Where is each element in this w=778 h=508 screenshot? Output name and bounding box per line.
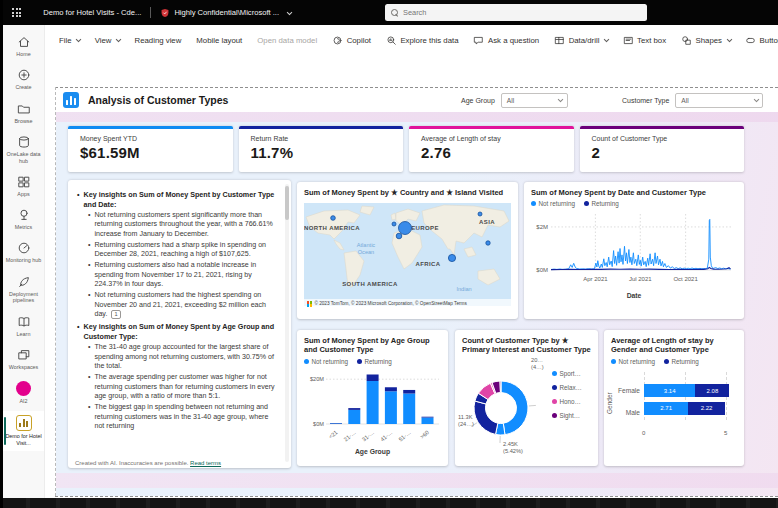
dropdown-value: All [681, 97, 688, 104]
kpi-card-count-of-customer-type[interactable]: Count of Customer Type2 [580, 126, 745, 172]
legend-item-returning[interactable]: Returning [664, 358, 699, 365]
donut-callout: 2.45K(5.42%) [503, 441, 523, 455]
menu-item-mobile-layout[interactable]: Mobile layout [196, 36, 242, 45]
sidebar-item-onelake-data-hub[interactable]: OneLake data hub [3, 131, 44, 169]
search-input[interactable] [403, 8, 641, 17]
menu-item-buttons[interactable]: Buttons [745, 35, 778, 46]
legend-label: Returning [591, 200, 618, 207]
menu-item-view[interactable]: View [95, 36, 120, 45]
sidebar-item-monitoring-hub[interactable]: Monitoring hub [3, 237, 44, 268]
shapes-icon [681, 35, 692, 46]
menu-item-data-drill[interactable]: Data/drill [554, 35, 607, 46]
sidebar-item-label: Demo for Hotel Visit... [4, 433, 43, 447]
copilot-icon [332, 35, 343, 46]
legend-label: Sight… [560, 412, 581, 419]
ai-disclaimer: Created with AI. Inaccuracies are possib… [75, 460, 221, 466]
legend-item-relax[interactable]: Relax… [552, 384, 582, 391]
legend-label: Sport… [560, 370, 581, 377]
bar-row-male[interactable]: 2.712.22 [644, 402, 736, 415]
browse-icon [17, 102, 31, 116]
reference-badge[interactable]: 1 [111, 310, 121, 319]
scrollbar-track[interactable] [285, 184, 289, 462]
bar-segment-returning[interactable]: 2.22 [688, 402, 724, 415]
hbar-bars: 053.142.082.712.22 [644, 372, 736, 432]
sensitivity-label-button[interactable]: Highly Confidential\Microsoft ... [160, 8, 290, 18]
kpi-label: Money Spent YTD [80, 135, 233, 142]
legend-label: Not returning [312, 358, 348, 365]
x-axis-title: Date [524, 292, 744, 299]
column-chart-visual[interactable]: Sum of Money Spent by Age Group and Cust… [297, 330, 448, 466]
read-terms-link[interactable]: Read terms [190, 460, 221, 466]
data-grid-icon [554, 35, 565, 46]
sidebar-item-learn[interactable]: Learn [3, 311, 44, 342]
legend-dot [584, 201, 589, 206]
scrollbar-thumb[interactable] [285, 186, 289, 220]
report-page-header: Analysis of Customer Types Age Group All… [56, 88, 778, 112]
legend-item-not-returning[interactable]: Not returning [611, 358, 655, 365]
menu-item-ask-a-question[interactable]: Ask a question [473, 35, 539, 46]
waffle-menu-icon[interactable] [12, 8, 21, 17]
bar-row-female[interactable]: 3.142.08 [644, 384, 736, 397]
window-tab-title[interactable]: Demo for Hotel Visits - Cde... [43, 8, 141, 17]
legend-item-sport[interactable]: Sport… [552, 370, 582, 377]
chevron-down-icon [287, 9, 292, 14]
legend-item-returning[interactable]: Returning [357, 358, 392, 365]
sidebar-item-label: Workspaces [9, 364, 39, 371]
kpi-label: Count of Customer Type [592, 135, 745, 142]
sidebar-item-home[interactable]: Home [3, 31, 44, 62]
shield-icon [160, 8, 170, 18]
sidebar-item-browse[interactable]: Browse [3, 98, 44, 129]
kpi-card-average-of-length-of-stay[interactable]: Average of Length of stay2.76 [409, 126, 574, 172]
menu-item-text-box[interactable]: Text box [623, 35, 667, 46]
sidebar-item-create[interactable]: Create [3, 64, 44, 95]
smart-narrative-visual[interactable]: •Key insights on Sum of Money Spent by C… [68, 180, 291, 468]
world-map[interactable]: NORTH AMERICAEUROPEASIAAFRICASOUTH AMERI… [304, 201, 511, 308]
legend-item-not-returning[interactable]: Not returning [531, 200, 575, 207]
sidebar-item-ai2[interactable]: AI2 [3, 377, 44, 409]
kpi-card-return-rate[interactable]: Return Rate11.7% [239, 126, 404, 172]
window-title-bar: Demo for Hotel Visits - Cde... Highly Co… [0, 0, 778, 25]
line-chart-visual[interactable]: Sum of Money Spent by Date and Customer … [524, 182, 744, 319]
menu-item-explore-this-data[interactable]: Explore this data [386, 35, 459, 46]
insight-bullet: •The biggest gap in spending between not… [88, 403, 279, 431]
legend-dot [611, 359, 616, 364]
bar-segment-not-returning[interactable]: 3.14 [644, 384, 695, 397]
kpi-value: 2 [592, 144, 745, 161]
create-icon [17, 68, 31, 82]
insight-bullet: •Returning customers had a sharp spike i… [88, 241, 279, 260]
horizontal-bar-visual[interactable]: Average of Length of stay by Gender and … [604, 330, 744, 466]
legend-dot [304, 359, 309, 364]
sidebar-item-deployment-pipelines[interactable]: Deployment pipelines [3, 271, 44, 309]
menu-item-label: Explore this data [400, 36, 458, 45]
menu-item-shapes[interactable]: Shapes [681, 35, 730, 46]
legend-label: Returning [671, 358, 698, 365]
insight-bullet: •The average spending per customer was h… [88, 373, 279, 401]
sidebar-item-label: Monitoring hub [6, 257, 42, 264]
legend-item-not-returning[interactable]: Not returning [304, 358, 348, 365]
legend-item-sight[interactable]: Sight… [552, 412, 582, 419]
age-group-dropdown[interactable]: All [501, 93, 568, 108]
learn-icon [17, 315, 31, 329]
legend-item-hono[interactable]: Hono… [552, 398, 582, 405]
menu-item-copilot[interactable]: Copilot [332, 35, 371, 46]
menu-item-open-data-model[interactable]: Open data model [257, 36, 317, 45]
customer-type-dropdown[interactable]: All [675, 93, 763, 108]
map-visual[interactable]: Sum of Money Spent by ★ Country and ★ Is… [297, 182, 518, 319]
donut-chart-visual[interactable]: Count of Customer Type by ★ Primary Inte… [455, 330, 598, 466]
svg-text:Jul 2021: Jul 2021 [629, 276, 652, 282]
kpi-card-money-spent-ytd[interactable]: Money Spent YTD$61.59M [68, 126, 233, 172]
sidebar-item-apps[interactable]: Apps [3, 171, 44, 202]
bar-segment-returning[interactable]: 2.08 [695, 384, 729, 397]
legend-item-returning[interactable]: Returning [584, 200, 619, 207]
bar-segment-not-returning[interactable]: 2.71 [644, 402, 688, 415]
page-selection-border-bottom [55, 496, 778, 497]
sidebar-item-workspaces[interactable]: Workspaces [3, 344, 44, 375]
sidebar-item-demo-for-hotel-visit[interactable]: Demo for Hotel Visit... [3, 411, 44, 451]
sidebar-item-metrics[interactable]: Metrics [3, 204, 44, 235]
svg-text:51-…: 51-… [398, 429, 412, 442]
global-search[interactable] [385, 4, 647, 21]
menu-item-reading-view[interactable]: Reading view [135, 36, 182, 45]
svg-text:NORTH AMERICA: NORTH AMERICA [304, 225, 360, 231]
chart-legend: Not returningReturning [297, 356, 448, 366]
menu-item-file[interactable]: File [59, 36, 80, 45]
